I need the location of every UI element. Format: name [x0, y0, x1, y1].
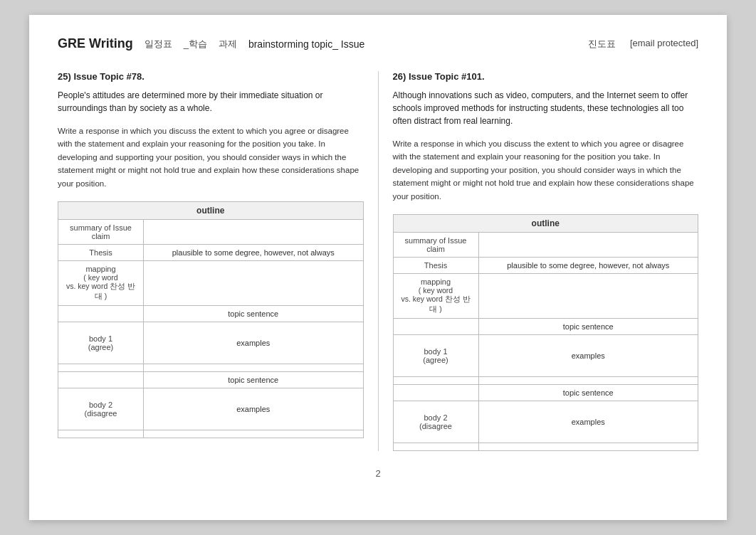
body1-label-2: body 1 (agree): [393, 334, 478, 376]
topic-sentence-1b: topic sentence: [144, 371, 364, 388]
body1-empty-1: [58, 364, 144, 371]
thesis-content-1: plausible to some degree, however, not a…: [144, 244, 364, 260]
issue-statement-1: People's attitudes are determined more b…: [58, 89, 364, 115]
body2-label-2: body 2 (disagree: [393, 401, 478, 443]
issue-prompt-2: Write a response in which you discuss th…: [393, 137, 699, 203]
mapping-content-1: [144, 260, 364, 305]
mapping-content-2: [478, 273, 698, 318]
thesis-label-1: Thesis: [58, 244, 144, 260]
header-meta1: 일정표: [145, 38, 172, 51]
topic-sentence-label-1a: [58, 305, 144, 322]
outline-table-2: outline summary of Issue claim Thesis pl…: [393, 214, 699, 451]
body1-examples-1: examples: [144, 322, 364, 364]
body1-examples-2: examples: [478, 334, 698, 376]
header-progress: 진도표: [588, 38, 616, 51]
summary-label-2: summary of Issue claim: [393, 232, 478, 257]
header-topic: brainstorming topic_ Issue: [248, 38, 364, 50]
body2-empty-content-2: [478, 443, 698, 450]
outline-header-2: outline: [393, 214, 698, 232]
header-title: GRE Writing: [58, 36, 133, 51]
header-email: [email protected]: [630, 38, 698, 51]
topic-sentence-label-2b: [393, 384, 478, 401]
thesis-content-2: plausible to some degree, however, not a…: [478, 257, 698, 273]
body1-empty-content-1: [144, 364, 364, 371]
body2-label-1: body 2 (disagree: [58, 388, 144, 430]
summary-content-1: [144, 219, 364, 244]
column-2: 26) Issue Topic #101. Although innovatio…: [378, 71, 699, 451]
body2-examples-2: examples: [478, 401, 698, 443]
issue-number-2: 26) Issue Topic #101.: [393, 71, 699, 82]
summary-label-1: summary of Issue claim: [58, 219, 144, 244]
page-number: 2: [58, 468, 698, 479]
topic-sentence-label-1b: [58, 371, 144, 388]
topic-sentence-2a: topic sentence: [478, 318, 698, 334]
body2-empty-2: [393, 443, 478, 450]
page-container: GRE Writing 일정표 _학습 과제 brainstorming top…: [29, 15, 727, 520]
header: GRE Writing 일정표 _학습 과제 brainstorming top…: [58, 36, 698, 57]
topic-sentence-1a: topic sentence: [144, 305, 364, 322]
issue-number-1: 25) Issue Topic #78.: [58, 71, 364, 82]
outline-header-1: outline: [58, 201, 364, 219]
topic-sentence-label-2a: [393, 318, 478, 334]
outline-table-1: outline summary of Issue claim Thesis pl…: [58, 201, 364, 438]
summary-content-2: [478, 232, 698, 257]
body1-empty-2: [393, 376, 478, 384]
header-meta3: 과제: [219, 38, 237, 51]
issue-statement-2: Although innovations such as video, comp…: [393, 89, 699, 127]
body2-empty-content-1: [144, 430, 364, 438]
topic-sentence-2b: topic sentence: [478, 384, 698, 401]
body2-empty-1: [58, 430, 144, 438]
content-columns: 25) Issue Topic #78. People's attitudes …: [58, 71, 698, 451]
column-1: 25) Issue Topic #78. People's attitudes …: [58, 71, 378, 451]
thesis-label-2: Thesis: [393, 257, 478, 273]
mapping-label-1: mapping ( key word vs. key word 찬성 반대 ): [58, 260, 144, 305]
body1-empty-content-2: [478, 376, 698, 384]
body2-examples-1: examples: [144, 388, 364, 430]
body1-label-1: body 1 (agree): [58, 322, 144, 364]
header-meta2: _학습: [184, 38, 207, 51]
issue-prompt-1: Write a response in which you discuss th…: [58, 125, 364, 190]
mapping-label-2: mapping ( key word vs. key word 찬성 반대 ): [393, 273, 478, 318]
header-right: 진도표 [email protected]: [588, 38, 698, 51]
